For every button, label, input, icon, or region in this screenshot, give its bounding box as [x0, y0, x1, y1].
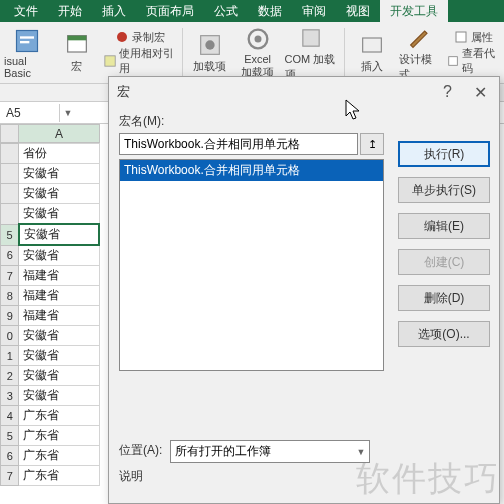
- svg-point-5: [117, 32, 127, 42]
- row-header[interactable]: 6: [1, 446, 19, 466]
- macro-label: 宏: [71, 59, 82, 74]
- column-header-a[interactable]: A: [19, 125, 100, 143]
- ribbon-tabs: 文件 开始 插入 页面布局 公式 数据 审阅 视图 开发工具: [0, 0, 504, 22]
- macro-listbox[interactable]: ThisWorkbook.合并相同用单元格: [119, 159, 384, 371]
- row-header[interactable]: 7: [1, 466, 19, 486]
- svg-rect-11: [303, 29, 319, 45]
- row-header[interactable]: 3: [1, 386, 19, 406]
- view-code-icon: [447, 54, 459, 68]
- cell[interactable]: 安徽省: [19, 366, 99, 386]
- cell[interactable]: 广东省: [19, 406, 99, 426]
- cell[interactable]: 省份: [19, 144, 99, 164]
- row-header[interactable]: 9: [1, 306, 19, 326]
- delete-button[interactable]: 删除(D): [398, 285, 490, 311]
- record-icon: [115, 30, 129, 44]
- row-header[interactable]: 5: [1, 224, 19, 245]
- cell[interactable]: 福建省: [19, 286, 99, 306]
- separator: [344, 28, 345, 78]
- cell[interactable]: 安徽省: [19, 386, 99, 406]
- svg-rect-14: [449, 56, 458, 65]
- svg-rect-12: [363, 38, 382, 52]
- design-mode-button[interactable]: 设计模式: [399, 24, 441, 82]
- addins-icon: [196, 31, 224, 59]
- row-header[interactable]: 4: [1, 406, 19, 426]
- addins-label: 加载项: [193, 59, 226, 74]
- description-label: 说明: [119, 468, 143, 485]
- cell[interactable]: 广东省: [19, 466, 99, 486]
- visual-basic-button[interactable]: isual Basic: [4, 27, 50, 79]
- row-header[interactable]: 7: [1, 266, 19, 286]
- row-header[interactable]: 8: [1, 286, 19, 306]
- location-label: 位置(A):: [119, 442, 162, 459]
- row-header[interactable]: [1, 184, 19, 204]
- record-macro-button[interactable]: 录制宏: [104, 30, 176, 45]
- insert-control-button[interactable]: 插入: [351, 31, 393, 74]
- tab-data[interactable]: 数据: [248, 0, 292, 23]
- properties-button[interactable]: 属性: [447, 30, 500, 45]
- svg-rect-6: [105, 55, 115, 65]
- com-addins-button[interactable]: COM 加载项: [285, 24, 339, 82]
- options-button[interactable]: 选项(O)...: [398, 321, 490, 347]
- step-into-button[interactable]: 单步执行(S): [398, 177, 490, 203]
- tab-review[interactable]: 审阅: [292, 0, 336, 23]
- cell[interactable]: 安徽省: [19, 245, 99, 266]
- visual-basic-label: isual Basic: [4, 55, 50, 79]
- location-select[interactable]: 所有打开的工作簿 ▼: [170, 440, 370, 463]
- cell[interactable]: 福建省: [19, 306, 99, 326]
- cell[interactable]: 安徽省: [19, 164, 99, 184]
- view-code-button[interactable]: 查看代码: [447, 46, 500, 76]
- excel-addins-icon: [244, 25, 272, 53]
- cell[interactable]: 安徽省: [19, 326, 99, 346]
- tab-insert[interactable]: 插入: [92, 0, 136, 23]
- macro-name-label: 宏名(M):: [119, 113, 489, 130]
- create-button: 创建(C): [398, 249, 490, 275]
- svg-rect-13: [456, 32, 466, 42]
- cell[interactable]: 广东省: [19, 446, 99, 466]
- select-all-corner[interactable]: [1, 125, 19, 143]
- tab-home[interactable]: 开始: [48, 0, 92, 23]
- use-relative-ref-button[interactable]: 使用相对引用: [104, 46, 176, 76]
- name-box[interactable]: A5: [0, 104, 60, 122]
- macro-name-input[interactable]: [119, 133, 358, 155]
- row-header[interactable]: [1, 164, 19, 184]
- cell[interactable]: 安徽省: [19, 346, 99, 366]
- dialog-title: 宏: [117, 83, 130, 101]
- row-header[interactable]: 0: [1, 326, 19, 346]
- name-box-dropdown[interactable]: ▼: [60, 108, 76, 118]
- collapse-dialog-button[interactable]: ↥: [360, 133, 384, 155]
- macro-button[interactable]: 宏: [56, 31, 98, 74]
- svg-rect-4: [67, 36, 86, 41]
- tab-formula[interactable]: 公式: [204, 0, 248, 23]
- excel-addins-button[interactable]: Excel 加载项: [237, 25, 279, 80]
- row-header[interactable]: 2: [1, 366, 19, 386]
- cell[interactable]: 安徽省: [19, 224, 99, 245]
- macro-icon: [63, 31, 91, 59]
- tab-developer[interactable]: 开发工具: [380, 0, 448, 23]
- chevron-down-icon: ▼: [356, 447, 365, 457]
- ribbon-toolbar: isual Basic 宏 录制宏 使用相对引用 加载项 Excel 加载项 C…: [0, 22, 504, 84]
- row-header[interactable]: 1: [1, 346, 19, 366]
- relative-ref-icon: [104, 54, 116, 68]
- addins-button[interactable]: 加载项: [189, 31, 231, 74]
- svg-rect-1: [20, 36, 34, 38]
- cell[interactable]: 安徽省: [19, 184, 99, 204]
- run-button[interactable]: 执行(R): [398, 141, 490, 167]
- cell[interactable]: 安徽省: [19, 204, 99, 225]
- macro-list-item[interactable]: ThisWorkbook.合并相同用单元格: [120, 160, 383, 181]
- cell[interactable]: 广东省: [19, 426, 99, 446]
- cell[interactable]: 福建省: [19, 266, 99, 286]
- edit-button[interactable]: 编辑(E): [398, 213, 490, 239]
- design-mode-icon: [406, 24, 434, 52]
- help-button[interactable]: ?: [439, 83, 456, 101]
- tab-view[interactable]: 视图: [336, 0, 380, 23]
- properties-icon: [454, 30, 468, 44]
- tab-file[interactable]: 文件: [4, 0, 48, 23]
- row-header[interactable]: [1, 204, 19, 225]
- close-button[interactable]: ✕: [470, 83, 491, 102]
- row-header[interactable]: 6: [1, 245, 19, 266]
- tab-layout[interactable]: 页面布局: [136, 0, 204, 23]
- separator: [182, 28, 183, 78]
- row-header[interactable]: 5: [1, 426, 19, 446]
- com-addins-icon: [297, 24, 325, 52]
- row-header[interactable]: [1, 144, 19, 164]
